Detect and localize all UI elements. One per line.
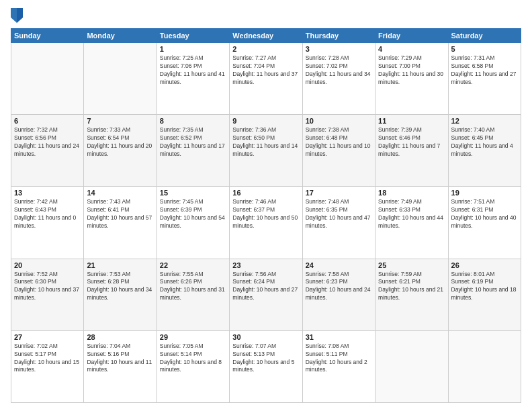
day-cell: 30Sunrise: 7:07 AM Sunset: 5:13 PM Dayli… xyxy=(230,330,302,402)
day-cell xyxy=(11,43,84,115)
day-info: Sunrise: 7:33 AM Sunset: 6:54 PM Dayligh… xyxy=(87,126,153,158)
day-info: Sunrise: 7:45 AM Sunset: 6:39 PM Dayligh… xyxy=(160,198,226,230)
day-info: Sunrise: 7:58 AM Sunset: 6:23 PM Dayligh… xyxy=(306,271,372,303)
day-number: 19 xyxy=(451,189,518,197)
day-cell: 24Sunrise: 7:58 AM Sunset: 6:23 PM Dayli… xyxy=(302,259,375,330)
day-cell: 11Sunrise: 7:39 AM Sunset: 6:46 PM Dayli… xyxy=(375,115,448,187)
day-number: 26 xyxy=(451,261,518,269)
day-number: 18 xyxy=(378,189,445,197)
day-cell: 6Sunrise: 7:32 AM Sunset: 6:56 PM Daylig… xyxy=(11,115,84,187)
day-info: Sunrise: 7:28 AM Sunset: 7:02 PM Dayligh… xyxy=(306,54,372,87)
day-number: 29 xyxy=(160,333,226,341)
day-cell: 15Sunrise: 7:45 AM Sunset: 6:39 PM Dayli… xyxy=(157,187,229,259)
day-cell: 25Sunrise: 7:59 AM Sunset: 6:21 PM Dayli… xyxy=(375,259,448,330)
day-info: Sunrise: 7:59 AM Sunset: 6:21 PM Dayligh… xyxy=(378,271,445,303)
day-info: Sunrise: 7:46 AM Sunset: 6:37 PM Dayligh… xyxy=(232,198,299,230)
day-number: 12 xyxy=(451,117,518,125)
day-number: 3 xyxy=(306,45,372,53)
weekday-wednesday: Wednesday xyxy=(230,29,302,43)
day-cell: 19Sunrise: 7:51 AM Sunset: 6:31 PM Dayli… xyxy=(448,187,521,259)
day-number: 11 xyxy=(378,117,445,125)
day-cell: 21Sunrise: 7:53 AM Sunset: 6:28 PM Dayli… xyxy=(84,259,157,330)
day-number: 10 xyxy=(306,117,372,125)
day-cell: 3Sunrise: 7:28 AM Sunset: 7:02 PM Daylig… xyxy=(302,43,375,115)
day-info: Sunrise: 7:55 AM Sunset: 6:26 PM Dayligh… xyxy=(160,271,226,303)
day-info: Sunrise: 7:56 AM Sunset: 6:24 PM Dayligh… xyxy=(232,271,299,303)
svg-marker-1 xyxy=(17,8,23,23)
day-number: 23 xyxy=(232,261,299,269)
day-number: 25 xyxy=(378,261,445,269)
calendar-table: SundayMondayTuesdayWednesdayThursdayFrid… xyxy=(11,28,521,403)
day-cell: 26Sunrise: 8:01 AM Sunset: 6:19 PM Dayli… xyxy=(448,259,521,330)
day-number: 4 xyxy=(378,45,445,53)
day-number: 14 xyxy=(87,189,153,197)
day-cell xyxy=(448,330,521,402)
day-cell: 7Sunrise: 7:33 AM Sunset: 6:54 PM Daylig… xyxy=(84,115,157,187)
day-info: Sunrise: 8:01 AM Sunset: 6:19 PM Dayligh… xyxy=(451,271,518,303)
day-number: 9 xyxy=(232,117,299,125)
day-number: 5 xyxy=(451,45,518,53)
day-number: 30 xyxy=(232,333,299,341)
day-info: Sunrise: 7:51 AM Sunset: 6:31 PM Dayligh… xyxy=(451,198,518,230)
header xyxy=(11,8,521,23)
week-row-5: 27Sunrise: 7:02 AM Sunset: 5:17 PM Dayli… xyxy=(11,330,521,402)
day-cell: 23Sunrise: 7:56 AM Sunset: 6:24 PM Dayli… xyxy=(230,259,302,330)
day-cell: 31Sunrise: 7:08 AM Sunset: 5:11 PM Dayli… xyxy=(302,330,375,402)
weekday-saturday: Saturday xyxy=(448,29,521,43)
day-number: 13 xyxy=(14,189,81,197)
weekday-header-row: SundayMondayTuesdayWednesdayThursdayFrid… xyxy=(11,29,521,43)
day-number: 15 xyxy=(160,189,226,197)
day-cell: 1Sunrise: 7:25 AM Sunset: 7:06 PM Daylig… xyxy=(157,43,229,115)
day-info: Sunrise: 7:07 AM Sunset: 5:13 PM Dayligh… xyxy=(232,342,299,375)
day-number: 8 xyxy=(160,117,226,125)
day-info: Sunrise: 7:02 AM Sunset: 5:17 PM Dayligh… xyxy=(14,342,81,375)
week-row-4: 20Sunrise: 7:52 AM Sunset: 6:30 PM Dayli… xyxy=(11,259,521,330)
weekday-thursday: Thursday xyxy=(302,29,375,43)
weekday-tuesday: Tuesday xyxy=(157,29,229,43)
logo-icon xyxy=(11,8,23,23)
week-row-3: 13Sunrise: 7:42 AM Sunset: 6:43 PM Dayli… xyxy=(11,187,521,259)
day-number: 31 xyxy=(306,333,372,341)
day-cell: 2Sunrise: 7:27 AM Sunset: 7:04 PM Daylig… xyxy=(230,43,302,115)
day-info: Sunrise: 7:08 AM Sunset: 5:11 PM Dayligh… xyxy=(306,342,372,375)
day-info: Sunrise: 7:36 AM Sunset: 6:50 PM Dayligh… xyxy=(232,126,299,158)
day-cell xyxy=(84,43,157,115)
day-number: 6 xyxy=(14,117,81,125)
day-number: 22 xyxy=(160,261,226,269)
day-cell: 12Sunrise: 7:40 AM Sunset: 6:45 PM Dayli… xyxy=(448,115,521,187)
day-number: 2 xyxy=(232,45,299,53)
day-cell xyxy=(375,330,448,402)
day-number: 7 xyxy=(87,117,153,125)
day-info: Sunrise: 7:32 AM Sunset: 6:56 PM Dayligh… xyxy=(14,126,81,158)
day-info: Sunrise: 7:05 AM Sunset: 5:14 PM Dayligh… xyxy=(160,342,226,375)
week-row-1: 1Sunrise: 7:25 AM Sunset: 7:06 PM Daylig… xyxy=(11,43,521,115)
day-number: 21 xyxy=(87,261,153,269)
day-cell: 10Sunrise: 7:38 AM Sunset: 6:48 PM Dayli… xyxy=(302,115,375,187)
day-info: Sunrise: 7:35 AM Sunset: 6:52 PM Dayligh… xyxy=(160,126,226,158)
day-cell: 4Sunrise: 7:29 AM Sunset: 7:00 PM Daylig… xyxy=(375,43,448,115)
day-cell: 16Sunrise: 7:46 AM Sunset: 6:37 PM Dayli… xyxy=(230,187,302,259)
day-info: Sunrise: 7:39 AM Sunset: 6:46 PM Dayligh… xyxy=(378,126,445,158)
day-info: Sunrise: 7:31 AM Sunset: 6:58 PM Dayligh… xyxy=(451,54,518,87)
day-info: Sunrise: 7:48 AM Sunset: 6:35 PM Dayligh… xyxy=(306,198,372,230)
day-info: Sunrise: 7:49 AM Sunset: 6:33 PM Dayligh… xyxy=(378,198,445,230)
logo xyxy=(11,8,26,23)
day-cell: 17Sunrise: 7:48 AM Sunset: 6:35 PM Dayli… xyxy=(302,187,375,259)
page: SundayMondayTuesdayWednesdayThursdayFrid… xyxy=(0,0,532,411)
day-cell: 5Sunrise: 7:31 AM Sunset: 6:58 PM Daylig… xyxy=(448,43,521,115)
day-cell: 13Sunrise: 7:42 AM Sunset: 6:43 PM Dayli… xyxy=(11,187,84,259)
day-cell: 9Sunrise: 7:36 AM Sunset: 6:50 PM Daylig… xyxy=(230,115,302,187)
day-number: 27 xyxy=(14,333,81,341)
day-cell: 29Sunrise: 7:05 AM Sunset: 5:14 PM Dayli… xyxy=(157,330,229,402)
day-number: 17 xyxy=(306,189,372,197)
weekday-friday: Friday xyxy=(375,29,448,43)
day-cell: 27Sunrise: 7:02 AM Sunset: 5:17 PM Dayli… xyxy=(11,330,84,402)
day-info: Sunrise: 7:25 AM Sunset: 7:06 PM Dayligh… xyxy=(160,54,226,87)
day-number: 1 xyxy=(160,45,226,53)
weekday-monday: Monday xyxy=(84,29,157,43)
day-info: Sunrise: 7:04 AM Sunset: 5:16 PM Dayligh… xyxy=(87,342,153,375)
day-number: 20 xyxy=(14,261,81,269)
week-row-2: 6Sunrise: 7:32 AM Sunset: 6:56 PM Daylig… xyxy=(11,115,521,187)
day-cell: 22Sunrise: 7:55 AM Sunset: 6:26 PM Dayli… xyxy=(157,259,229,330)
day-cell: 20Sunrise: 7:52 AM Sunset: 6:30 PM Dayli… xyxy=(11,259,84,330)
